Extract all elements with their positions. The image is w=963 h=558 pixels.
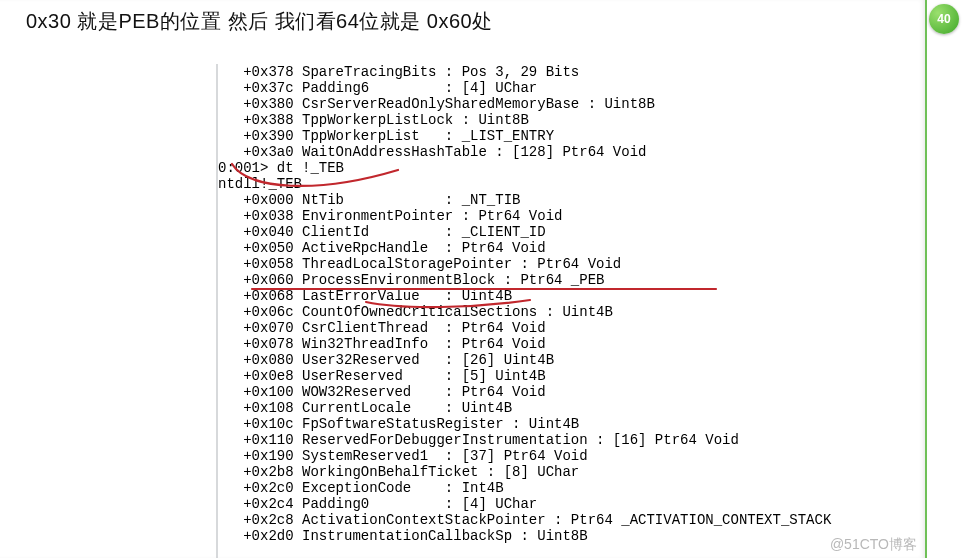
caption-text: 0x30 就是PEB的位置 然后 我们看64位就是 0x60处 [26, 8, 493, 35]
watermark-text: @51CTO博客 [830, 536, 917, 554]
debugger-console[interactable]: +0x378 SpareTracingBits : Pos 3, 29 Bits… [218, 64, 921, 558]
progress-badge[interactable]: 40 [929, 4, 959, 34]
console-output: +0x378 SpareTracingBits : Pos 3, 29 Bits… [218, 64, 921, 544]
